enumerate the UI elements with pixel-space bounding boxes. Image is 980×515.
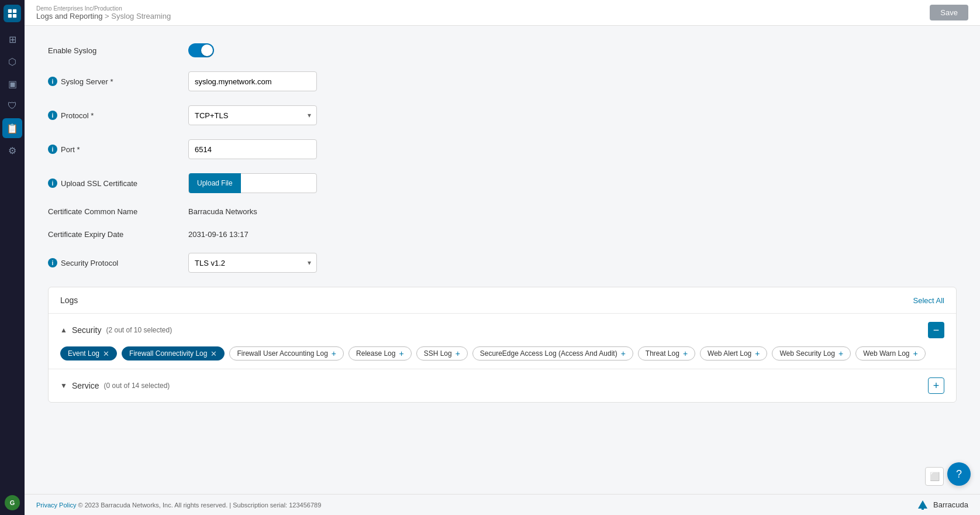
port-control xyxy=(188,139,317,159)
cert-expiry-label: Certificate Expiry Date xyxy=(48,230,188,239)
tag-release-log-add-icon[interactable]: + xyxy=(399,349,403,358)
svg-rect-0 xyxy=(8,9,12,13)
footer-text: Privacy Policy © 2023 Barracuda Networks… xyxy=(36,502,321,509)
breadcrumb-separator: > xyxy=(105,12,111,20)
tag-ssh-log[interactable]: SSH Log + xyxy=(416,346,468,360)
cert-expiry-value: 2031-09-16 13:17 xyxy=(188,230,317,239)
security-group-header[interactable]: ▲ Security (2 out of 10 selected) − xyxy=(60,322,944,338)
cert-common-name-text: Barracuda Networks xyxy=(188,207,257,216)
tag-firewall-connectivity-log[interactable]: Firewall Connectivity Log ✕ xyxy=(122,346,225,360)
protocol-select[interactable]: TCP TCP+TLS UDP xyxy=(188,105,317,125)
tag-web-security-log-label: Web Security Log xyxy=(779,349,835,358)
service-log-group: ▼ Service (0 out of 14 selected) + xyxy=(49,369,956,402)
security-protocol-info-icon[interactable]: i xyxy=(48,258,57,267)
tag-event-log-label: Event Log xyxy=(68,349,99,358)
port-row: i Port * xyxy=(48,139,957,159)
sidebar-item-security[interactable]: 🛡 xyxy=(2,96,22,116)
tag-web-security-log-add-icon[interactable]: + xyxy=(838,349,843,358)
app-logo[interactable] xyxy=(4,5,21,22)
tag-release-log[interactable]: Release Log + xyxy=(348,346,412,360)
security-tags-row: Event Log ✕ Firewall Connectivity Log ✕ … xyxy=(60,346,944,360)
content-area: Enable Syslog i Syslog Server * i Protoc… xyxy=(25,26,980,494)
tag-web-warn-log[interactable]: Web Warn Log + xyxy=(855,346,926,360)
enable-syslog-control xyxy=(188,43,317,57)
protocol-info-icon[interactable]: i xyxy=(48,111,57,120)
sidebar: ⊞ ⬡ ▣ 🛡 📋 ⚙ xyxy=(0,0,25,515)
breadcrumb-parent[interactable]: Logs and Reporting xyxy=(36,12,102,20)
tag-web-alert-log[interactable]: Web Alert Log + xyxy=(700,346,767,360)
footer-copyright: © 2023 Barracuda Networks, Inc. All righ… xyxy=(78,502,322,509)
security-protocol-select[interactable]: TLS v1.2 TLS v1.3 xyxy=(188,253,317,273)
security-group-title: ▲ Security (2 out of 10 selected) xyxy=(60,325,172,335)
sidebar-item-monitor[interactable]: ▣ xyxy=(2,74,22,94)
tag-threat-log[interactable]: Threat Log + xyxy=(638,346,695,360)
svg-rect-1 xyxy=(13,9,16,13)
tag-ssh-log-add-icon[interactable]: + xyxy=(456,349,460,358)
user-avatar[interactable]: G xyxy=(5,495,20,510)
tag-release-log-label: Release Log xyxy=(356,349,395,358)
syslog-server-label: i Syslog Server * xyxy=(48,77,188,86)
tag-event-log[interactable]: Event Log ✕ xyxy=(60,346,117,360)
upload-file-button[interactable]: Upload File xyxy=(189,173,241,193)
screen-mode-button[interactable]: ⬜ xyxy=(925,467,944,486)
enable-syslog-row: Enable Syslog xyxy=(48,43,957,57)
protocol-label: i Protocol * xyxy=(48,111,188,120)
cert-expiry-row: Certificate Expiry Date 2031-09-16 13:17 xyxy=(48,230,957,239)
tag-web-security-log[interactable]: Web Security Log + xyxy=(772,346,851,360)
tag-web-warn-log-add-icon[interactable]: + xyxy=(913,349,918,358)
upload-area: Upload File xyxy=(188,173,317,193)
top-bar: Demo Enterprises Inc/Production Logs and… xyxy=(25,0,980,26)
tag-web-alert-log-label: Web Alert Log xyxy=(708,349,751,358)
tag-secureedge-access-log-add-icon[interactable]: + xyxy=(621,349,626,358)
tag-threat-log-label: Threat Log xyxy=(646,349,679,358)
breadcrumb: Logs and Reporting > Syslog Streaming xyxy=(36,12,171,20)
select-all-button[interactable]: Select All xyxy=(913,296,944,305)
save-button[interactable]: Save xyxy=(930,5,968,20)
service-count-label: (0 out of 14 selected) xyxy=(104,382,170,390)
syslog-server-info-icon[interactable]: i xyxy=(48,77,57,86)
syslog-server-row: i Syslog Server * xyxy=(48,71,957,91)
security-count-label: (2 out of 10 selected) xyxy=(106,326,172,334)
svg-rect-3 xyxy=(13,14,16,18)
tag-web-warn-log-label: Web Warn Log xyxy=(863,349,909,358)
org-label: Demo Enterprises Inc/Production xyxy=(36,5,171,12)
service-group-title: ▼ Service (0 out of 14 selected) xyxy=(60,381,170,390)
sidebar-item-settings[interactable]: ⚙ xyxy=(2,140,22,160)
security-protocol-select-wrapper: TLS v1.2 TLS v1.3 ▾ xyxy=(188,253,317,273)
protocol-row: i Protocol * TCP TCP+TLS UDP ▾ xyxy=(48,105,957,125)
service-group-header[interactable]: ▼ Service (0 out of 14 selected) + xyxy=(60,377,944,394)
upload-ssl-info-icon[interactable]: i xyxy=(48,178,57,188)
port-info-icon[interactable]: i xyxy=(48,145,57,154)
help-button[interactable]: ? xyxy=(947,462,971,486)
security-group-remove-button[interactable]: − xyxy=(928,322,944,338)
privacy-policy-link[interactable]: Privacy Policy xyxy=(36,502,76,509)
tag-firewall-connectivity-log-remove-icon[interactable]: ✕ xyxy=(211,350,217,358)
service-group-add-button[interactable]: + xyxy=(928,377,944,394)
enable-syslog-label: Enable Syslog xyxy=(48,46,188,55)
tag-event-log-remove-icon[interactable]: ✕ xyxy=(103,350,109,358)
sidebar-item-logs[interactable]: 📋 xyxy=(2,118,22,138)
port-input[interactable] xyxy=(188,139,317,159)
logs-section: Logs Select All ▲ Security (2 out of 10 … xyxy=(48,287,957,403)
tag-firewall-user-accounting-log[interactable]: Firewall User Accounting Log + xyxy=(229,346,344,360)
syslog-server-input[interactable] xyxy=(188,71,317,91)
tag-secureedge-access-log[interactable]: SecureEdge Access Log (Access And Audit)… xyxy=(472,346,633,360)
tag-threat-log-add-icon[interactable]: + xyxy=(683,349,688,358)
protocol-control: TCP TCP+TLS UDP ▾ xyxy=(188,105,317,125)
protocol-select-wrapper: TCP TCP+TLS UDP ▾ xyxy=(188,105,317,125)
tag-firewall-connectivity-log-label: Firewall Connectivity Log xyxy=(129,349,207,358)
svg-rect-2 xyxy=(8,14,12,18)
syslog-server-control xyxy=(188,71,317,91)
enable-syslog-toggle[interactable] xyxy=(188,43,214,57)
tag-secureedge-access-log-label: SecureEdge Access Log (Access And Audit) xyxy=(480,349,617,358)
upload-ssl-label: i Upload SSL Certificate xyxy=(48,178,188,188)
security-log-group: ▲ Security (2 out of 10 selected) − Even… xyxy=(49,314,956,369)
cert-expiry-text: 2031-09-16 13:17 xyxy=(188,230,249,239)
cert-common-name-value: Barracuda Networks xyxy=(188,207,317,216)
svg-rect-4 xyxy=(922,507,924,510)
security-protocol-label: i Security Protocol xyxy=(48,258,188,267)
tag-firewall-user-accounting-log-add-icon[interactable]: + xyxy=(332,349,336,358)
tag-web-alert-log-add-icon[interactable]: + xyxy=(755,349,760,358)
sidebar-item-network[interactable]: ⬡ xyxy=(2,52,22,71)
sidebar-item-dashboard[interactable]: ⊞ xyxy=(2,29,22,49)
